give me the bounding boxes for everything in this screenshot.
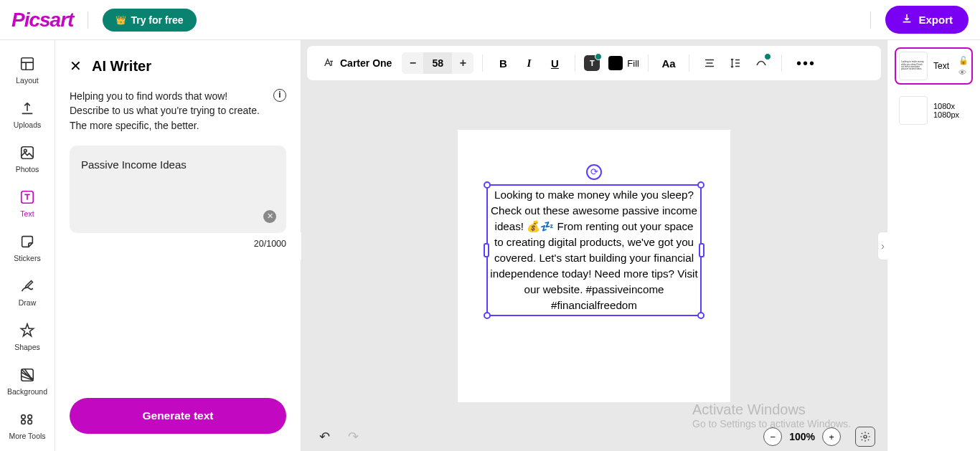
rail-label: Draw <box>19 298 37 307</box>
canvas-area: Carter One − 58 + B I U T Fill Aa <box>301 40 887 451</box>
font-name: Carter One <box>340 57 392 69</box>
canvas-text-content[interactable]: Looking to make money while you sleep? C… <box>488 186 700 315</box>
more-options-button[interactable]: ••• <box>791 55 821 72</box>
resize-handle-br[interactable] <box>697 312 705 319</box>
ai-prompt-text: Passive Income Ideas <box>81 158 275 171</box>
badge-icon <box>764 53 771 60</box>
visibility-icon[interactable]: 👁 <box>958 68 969 77</box>
crown-icon: 👑 <box>116 15 126 25</box>
left-rail: Layout Uploads Photos Text Stickers Draw… <box>0 40 55 451</box>
divider <box>575 54 575 72</box>
export-label: Export <box>918 14 953 26</box>
resize-handle-mr[interactable] <box>699 243 705 257</box>
resize-handle-bl[interactable] <box>484 312 491 319</box>
rail-label: Stickers <box>14 254 40 262</box>
line-spacing-button[interactable] <box>724 52 747 75</box>
resize-handle-tl[interactable] <box>484 181 491 189</box>
underline-button[interactable]: U <box>543 52 566 75</box>
rail-label: Uploads <box>14 120 42 129</box>
divider <box>648 54 649 72</box>
rail-label: Photos <box>16 165 39 174</box>
rail-background[interactable]: Background <box>0 359 55 403</box>
rail-stickers[interactable]: Stickers <box>0 225 55 270</box>
zoom-controls: − 100% + <box>763 427 875 447</box>
divider <box>870 11 871 29</box>
layout-icon <box>18 54 37 73</box>
rail-label: Background <box>7 387 47 396</box>
svg-point-5 <box>22 415 26 419</box>
layer-text[interactable]: Looking to make money while you sleep Ch… <box>895 47 973 85</box>
lock-icon[interactable]: 🔓 <box>958 56 969 65</box>
fill-color-button[interactable]: Fill <box>608 56 639 70</box>
zoom-value: 100% <box>789 431 815 442</box>
undo-button[interactable]: ↶ <box>313 425 336 448</box>
info-icon[interactable]: i <box>273 89 286 102</box>
rail-photos[interactable]: Photos <box>0 136 55 181</box>
text-toolbar: Carter One − 58 + B I U T Fill Aa <box>307 46 881 80</box>
canvas-wrap[interactable]: ⟳ Looking to make money while you sleep?… <box>301 80 887 451</box>
text-icon <box>18 188 37 206</box>
draw-icon <box>18 277 37 295</box>
swatch-icon <box>608 56 623 70</box>
rail-more-tools[interactable]: More Tools <box>0 403 55 447</box>
rail-layout[interactable]: Layout <box>0 47 55 92</box>
logo[interactable]: Picsart <box>11 9 73 32</box>
rail-label: Text <box>20 209 34 218</box>
collapse-right-button[interactable]: › <box>877 232 887 260</box>
badge-icon <box>595 53 602 60</box>
star-icon <box>18 321 37 340</box>
text-selection-box[interactable]: ⟳ Looking to make money while you sleep?… <box>486 184 702 316</box>
upload-icon <box>18 99 37 118</box>
rail-text[interactable]: Text <box>0 181 55 225</box>
layer-thumbnail <box>899 96 928 125</box>
redo-button[interactable]: ↷ <box>341 425 364 448</box>
ai-prompt-input[interactable]: Passive Income Ideas ✕ <box>70 146 286 233</box>
font-size-value[interactable]: 58 <box>423 52 452 74</box>
close-icon[interactable]: ✕ <box>70 57 82 75</box>
sticker-icon <box>18 232 37 251</box>
divider <box>781 54 782 72</box>
text-curve-button[interactable] <box>750 52 773 75</box>
clear-input-button[interactable]: ✕ <box>263 210 276 223</box>
italic-button[interactable]: I <box>517 52 540 75</box>
increase-size-button[interactable]: + <box>452 52 473 74</box>
text-case-button[interactable]: Aa <box>657 52 680 75</box>
svg-point-9 <box>864 435 867 438</box>
export-button[interactable]: Export <box>885 6 969 34</box>
resize-handle-ml[interactable] <box>484 243 489 257</box>
align-button[interactable] <box>698 52 721 75</box>
generate-text-button[interactable]: Generate text <box>70 398 286 434</box>
ai-writer-description: Helping you to find words that wow! Desc… <box>70 89 286 133</box>
svg-point-7 <box>22 420 26 424</box>
divider <box>88 11 88 29</box>
zoom-in-button[interactable]: + <box>822 427 841 446</box>
rail-label: More Tools <box>9 432 45 440</box>
char-count: 20/1000 <box>70 239 286 249</box>
rail-label: Layout <box>16 76 39 85</box>
rotate-handle[interactable]: ⟳ <box>586 164 602 180</box>
zoom-out-button[interactable]: − <box>763 427 782 446</box>
svg-rect-1 <box>22 147 34 159</box>
rail-uploads[interactable]: Uploads <box>0 92 55 136</box>
fill-label: Fill <box>627 58 639 69</box>
layer-thumbnail: Looking to make money while you sleep Ch… <box>899 52 928 80</box>
svg-point-6 <box>28 415 32 419</box>
try-free-button[interactable]: 👑 Try for free <box>103 9 196 32</box>
text-color-button[interactable]: T <box>584 55 600 71</box>
layer-canvas[interactable]: 1080x 1080px <box>895 92 973 129</box>
layers-panel: › Looking to make money while you sleep … <box>887 40 980 451</box>
rail-label: Shapes <box>14 343 40 351</box>
background-icon <box>18 366 37 384</box>
canvas-settings-button[interactable] <box>855 427 875 447</box>
decrease-size-button[interactable]: − <box>402 52 423 74</box>
divider <box>689 54 689 72</box>
rail-shapes[interactable]: Shapes <box>0 314 55 359</box>
svg-point-2 <box>24 149 27 152</box>
rail-draw[interactable]: Draw <box>0 270 55 314</box>
font-selector[interactable]: Carter One <box>316 53 399 73</box>
svg-rect-0 <box>22 58 34 70</box>
resize-handle-tr[interactable] <box>697 181 705 189</box>
layer-label: 1080x 1080px <box>933 102 969 119</box>
canvas[interactable]: ⟳ Looking to make money while you sleep?… <box>458 130 730 402</box>
bold-button[interactable]: B <box>491 52 514 75</box>
